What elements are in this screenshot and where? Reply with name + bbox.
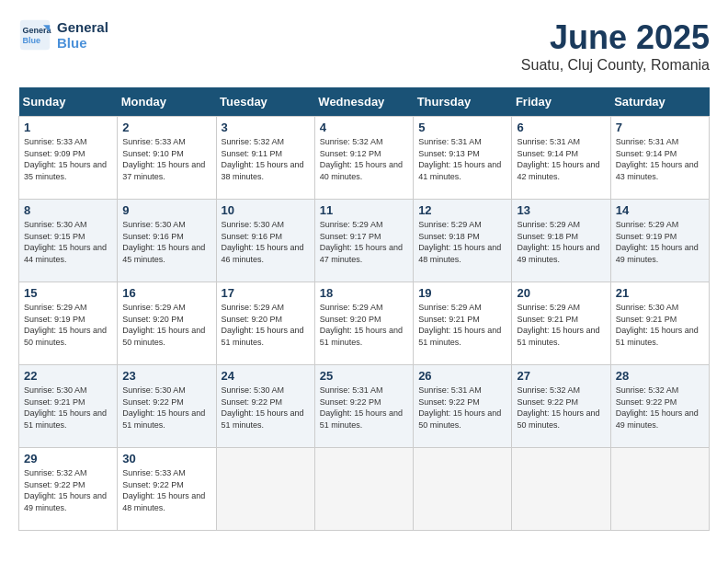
day-info: Sunrise: 5:32 AM Sunset: 9:22 PM Dayligh… bbox=[616, 385, 704, 431]
day-info: Sunrise: 5:31 AM Sunset: 9:13 PM Dayligh… bbox=[418, 136, 506, 182]
calendar-cell: 4Sunrise: 5:32 AM Sunset: 9:12 PM Daylig… bbox=[314, 117, 413, 200]
calendar-cell: 13Sunrise: 5:29 AM Sunset: 9:18 PM Dayli… bbox=[512, 200, 610, 282]
calendar-cell: 26Sunrise: 5:31 AM Sunset: 9:22 PM Dayli… bbox=[414, 365, 512, 448]
day-number: 10 bbox=[222, 203, 310, 217]
day-number: 5 bbox=[418, 121, 506, 134]
day-info: Sunrise: 5:29 AM Sunset: 9:19 PM Dayligh… bbox=[616, 219, 704, 265]
day-info: Sunrise: 5:31 AM Sunset: 9:22 PM Dayligh… bbox=[320, 385, 408, 431]
day-number: 7 bbox=[616, 121, 704, 134]
day-number: 6 bbox=[517, 121, 605, 134]
day-info: Sunrise: 5:29 AM Sunset: 9:18 PM Dayligh… bbox=[418, 219, 506, 265]
day-number: 15 bbox=[24, 286, 112, 300]
calendar-cell: 7Sunrise: 5:31 AM Sunset: 9:14 PM Daylig… bbox=[610, 117, 709, 200]
calendar-cell: 17Sunrise: 5:29 AM Sunset: 9:20 PM Dayli… bbox=[216, 282, 314, 365]
calendar-cell: 11Sunrise: 5:29 AM Sunset: 9:17 PM Dayli… bbox=[314, 200, 413, 282]
day-number: 23 bbox=[122, 369, 210, 383]
day-number: 17 bbox=[222, 286, 310, 300]
calendar-week-row: 8Sunrise: 5:30 AM Sunset: 9:15 PM Daylig… bbox=[19, 200, 710, 282]
calendar-cell: 16Sunrise: 5:29 AM Sunset: 9:20 PM Dayli… bbox=[118, 282, 216, 365]
calendar-week-row: 1Sunrise: 5:33 AM Sunset: 9:09 PM Daylig… bbox=[19, 117, 710, 200]
calendar-cell bbox=[414, 448, 512, 531]
day-number: 22 bbox=[24, 369, 112, 383]
day-info: Sunrise: 5:31 AM Sunset: 9:14 PM Dayligh… bbox=[616, 136, 704, 182]
day-info: Sunrise: 5:29 AM Sunset: 9:20 PM Dayligh… bbox=[222, 302, 310, 348]
day-info: Sunrise: 5:30 AM Sunset: 9:22 PM Dayligh… bbox=[122, 385, 210, 431]
day-info: Sunrise: 5:32 AM Sunset: 9:11 PM Dayligh… bbox=[222, 136, 310, 182]
calendar-cell: 27Sunrise: 5:32 AM Sunset: 9:22 PM Dayli… bbox=[512, 365, 610, 448]
column-header-monday: Monday bbox=[118, 87, 216, 117]
day-info: Sunrise: 5:30 AM Sunset: 9:22 PM Dayligh… bbox=[222, 385, 310, 431]
column-header-sunday: Sunday bbox=[19, 87, 118, 117]
calendar-cell: 19Sunrise: 5:29 AM Sunset: 9:21 PM Dayli… bbox=[414, 282, 512, 365]
day-info: Sunrise: 5:31 AM Sunset: 9:22 PM Dayligh… bbox=[418, 385, 506, 431]
day-info: Sunrise: 5:29 AM Sunset: 9:21 PM Dayligh… bbox=[418, 302, 506, 348]
calendar-cell: 6Sunrise: 5:31 AM Sunset: 9:14 PM Daylig… bbox=[512, 117, 610, 200]
calendar-subtitle: Suatu, Cluj County, Romania bbox=[521, 57, 710, 74]
day-info: Sunrise: 5:30 AM Sunset: 9:21 PM Dayligh… bbox=[616, 302, 704, 348]
column-header-thursday: Thursday bbox=[414, 87, 512, 117]
calendar-week-row: 29Sunrise: 5:32 AM Sunset: 9:22 PM Dayli… bbox=[19, 448, 710, 531]
calendar-cell: 30Sunrise: 5:33 AM Sunset: 9:22 PM Dayli… bbox=[118, 448, 216, 531]
header-row: SundayMondayTuesdayWednesdayThursdayFrid… bbox=[19, 87, 710, 117]
day-number: 3 bbox=[222, 121, 310, 134]
calendar-cell: 2Sunrise: 5:33 AM Sunset: 9:10 PM Daylig… bbox=[118, 117, 216, 200]
calendar-cell bbox=[512, 448, 610, 531]
calendar-title: June 2025 bbox=[521, 18, 710, 57]
calendar-cell: 14Sunrise: 5:29 AM Sunset: 9:19 PM Dayli… bbox=[610, 200, 709, 282]
calendar-cell: 21Sunrise: 5:30 AM Sunset: 9:21 PM Dayli… bbox=[610, 282, 709, 365]
day-info: Sunrise: 5:29 AM Sunset: 9:20 PM Dayligh… bbox=[122, 302, 210, 348]
logo-icon: General Blue bbox=[18, 18, 51, 52]
day-info: Sunrise: 5:30 AM Sunset: 9:16 PM Dayligh… bbox=[122, 219, 210, 265]
calendar-cell: 8Sunrise: 5:30 AM Sunset: 9:15 PM Daylig… bbox=[19, 200, 118, 282]
calendar-cell bbox=[610, 448, 709, 531]
day-info: Sunrise: 5:31 AM Sunset: 9:14 PM Dayligh… bbox=[517, 136, 605, 182]
day-info: Sunrise: 5:33 AM Sunset: 9:22 PM Dayligh… bbox=[122, 467, 210, 513]
column-header-wednesday: Wednesday bbox=[314, 87, 413, 117]
calendar-cell: 1Sunrise: 5:33 AM Sunset: 9:09 PM Daylig… bbox=[19, 117, 118, 200]
day-info: Sunrise: 5:30 AM Sunset: 9:16 PM Dayligh… bbox=[222, 219, 310, 265]
day-number: 21 bbox=[616, 286, 704, 300]
calendar-cell: 15Sunrise: 5:29 AM Sunset: 9:19 PM Dayli… bbox=[19, 282, 118, 365]
day-number: 25 bbox=[320, 369, 408, 383]
day-info: Sunrise: 5:32 AM Sunset: 9:22 PM Dayligh… bbox=[24, 467, 112, 513]
page-header: General Blue General Blue June 2025 Suat… bbox=[18, 18, 710, 74]
day-info: Sunrise: 5:33 AM Sunset: 9:10 PM Dayligh… bbox=[122, 136, 210, 182]
day-number: 13 bbox=[517, 203, 605, 217]
day-info: Sunrise: 5:33 AM Sunset: 9:09 PM Dayligh… bbox=[24, 136, 112, 182]
svg-text:Blue: Blue bbox=[23, 36, 41, 45]
day-info: Sunrise: 5:29 AM Sunset: 9:21 PM Dayligh… bbox=[517, 302, 605, 348]
calendar-cell: 22Sunrise: 5:30 AM Sunset: 9:21 PM Dayli… bbox=[19, 365, 118, 448]
day-info: Sunrise: 5:29 AM Sunset: 9:20 PM Dayligh… bbox=[320, 302, 408, 348]
day-number: 30 bbox=[122, 452, 210, 465]
day-number: 14 bbox=[616, 203, 704, 217]
day-number: 29 bbox=[24, 452, 112, 465]
day-number: 27 bbox=[517, 369, 605, 383]
calendar-cell: 20Sunrise: 5:29 AM Sunset: 9:21 PM Dayli… bbox=[512, 282, 610, 365]
column-header-tuesday: Tuesday bbox=[216, 87, 314, 117]
calendar-week-row: 22Sunrise: 5:30 AM Sunset: 9:21 PM Dayli… bbox=[19, 365, 710, 448]
day-number: 24 bbox=[222, 369, 310, 383]
day-number: 2 bbox=[122, 121, 210, 134]
calendar-cell: 3Sunrise: 5:32 AM Sunset: 9:11 PM Daylig… bbox=[216, 117, 314, 200]
calendar-cell: 5Sunrise: 5:31 AM Sunset: 9:13 PM Daylig… bbox=[414, 117, 512, 200]
day-info: Sunrise: 5:32 AM Sunset: 9:22 PM Dayligh… bbox=[517, 385, 605, 431]
day-number: 16 bbox=[122, 286, 210, 300]
day-info: Sunrise: 5:29 AM Sunset: 9:17 PM Dayligh… bbox=[320, 219, 408, 265]
day-info: Sunrise: 5:29 AM Sunset: 9:19 PM Dayligh… bbox=[24, 302, 112, 348]
column-header-friday: Friday bbox=[512, 87, 610, 117]
calendar-cell: 23Sunrise: 5:30 AM Sunset: 9:22 PM Dayli… bbox=[118, 365, 216, 448]
day-info: Sunrise: 5:32 AM Sunset: 9:12 PM Dayligh… bbox=[320, 136, 408, 182]
day-number: 28 bbox=[616, 369, 704, 383]
day-number: 19 bbox=[418, 286, 506, 300]
day-number: 9 bbox=[122, 203, 210, 217]
day-number: 12 bbox=[418, 203, 506, 217]
column-header-saturday: Saturday bbox=[610, 87, 709, 117]
calendar-cell bbox=[314, 448, 413, 531]
calendar-cell: 9Sunrise: 5:30 AM Sunset: 9:16 PM Daylig… bbox=[118, 200, 216, 282]
logo-text: General Blue bbox=[57, 19, 108, 51]
day-number: 18 bbox=[320, 286, 408, 300]
title-section: June 2025 Suatu, Cluj County, Romania bbox=[521, 18, 710, 74]
day-number: 8 bbox=[24, 203, 112, 217]
calendar-week-row: 15Sunrise: 5:29 AM Sunset: 9:19 PM Dayli… bbox=[19, 282, 710, 365]
day-info: Sunrise: 5:29 AM Sunset: 9:18 PM Dayligh… bbox=[517, 219, 605, 265]
